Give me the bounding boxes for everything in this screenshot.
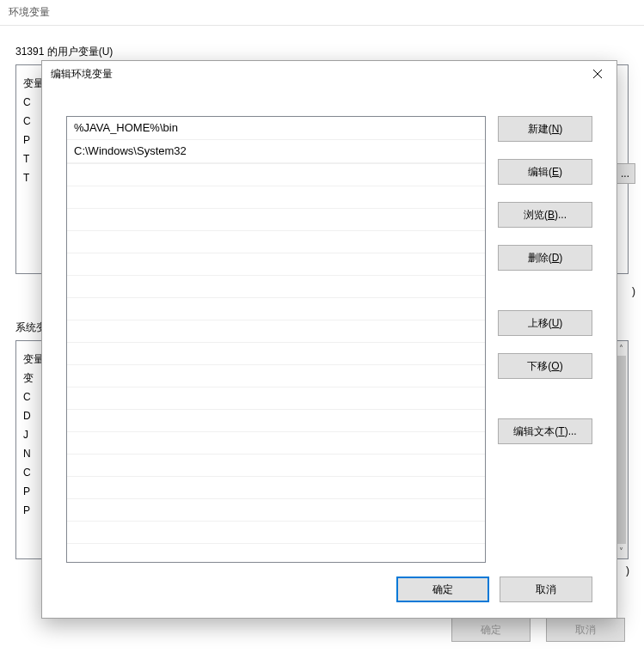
edit-button[interactable]: 编辑(E) [498,159,592,185]
bg-close-paren2: ) [620,562,635,579]
bg-cancel-button[interactable]: 取消 [546,618,625,642]
bg-ok-button[interactable]: 确定 [451,618,531,642]
delete-button[interactable]: 删除(D) [498,245,592,271]
close-button[interactable] [578,61,616,87]
new-button[interactable]: 新建(N) [498,116,592,142]
path-entries-list[interactable]: %JAVA_HOME%\bin C:\Windows\System32 [66,116,486,563]
move-up-button[interactable]: 上移(U) [498,310,592,336]
path-entry[interactable]: C:\Windows\System32 [67,140,485,163]
browse-button[interactable]: 浏览(B)... [498,202,592,228]
list-filler [67,163,485,564]
bg-close-paren: ) [632,285,635,297]
close-icon [593,70,602,78]
dialog-title: 编辑环境变量 [51,67,113,82]
user-vars-label: 31391 的用户变量(U) [15,45,629,59]
edit-env-var-dialog: 编辑环境变量 %JAVA_HOME%\bin C:\Windows\System… [41,60,617,619]
path-entry[interactable]: %JAVA_HOME%\bin [67,117,485,140]
bg-ellipsis-button[interactable]: ... [615,163,635,184]
edit-text-button[interactable]: 编辑文本(T)... [498,418,592,444]
ok-button[interactable]: 确定 [396,577,489,602]
env-vars-title: 环境变量 [0,0,644,26]
cancel-button[interactable]: 取消 [500,577,592,602]
move-down-button[interactable]: 下移(O) [498,353,592,379]
dialog-titlebar: 编辑环境变量 [42,61,616,87]
